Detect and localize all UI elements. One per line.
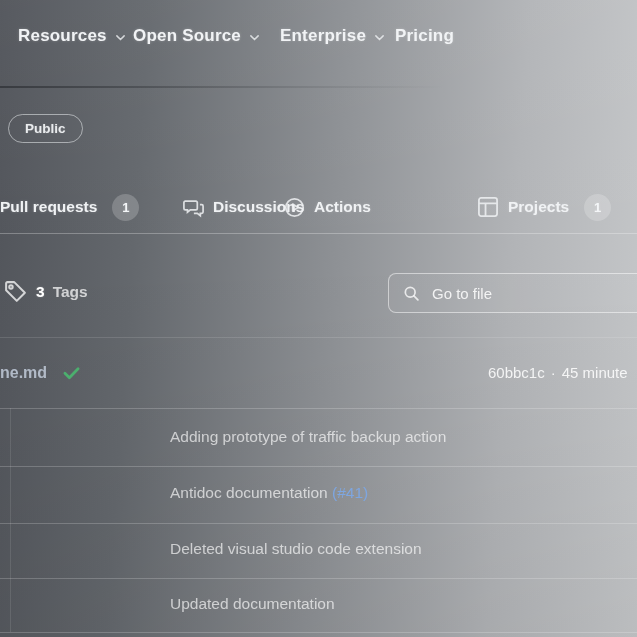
row-divider [0,408,637,409]
tags-count: 3 [36,283,45,301]
commit-message-text: Updated documentation [170,595,335,612]
tags-link[interactable]: 3 Tags [3,279,88,304]
issue-link[interactable]: (#41) [332,484,368,501]
table-left-border [10,408,11,632]
commit-message-fragment[interactable]: ne.md [0,364,47,382]
play-circle-icon [284,197,305,218]
nav-item-label: Pricing [395,26,454,46]
projects-table-icon [477,196,499,218]
projects-count-badge: 1 [584,194,611,221]
header-bottom-border [0,86,637,88]
tab-label: Pull requests [0,198,97,216]
chevron-down-icon [248,31,261,44]
visibility-badge-label: Public [25,121,66,136]
go-to-file-label: Go to file [432,285,492,302]
comment-discussion-icon [183,197,204,218]
nav-item-open-source[interactable]: Open Source [133,26,261,46]
tags-label: Tags [53,283,88,301]
nav-item-label: Resources [18,26,107,46]
commit-hash-link[interactable]: 60bbc1c [488,364,545,381]
visibility-badge: Public [8,114,83,143]
pull-requests-count-badge: 1 [112,194,139,221]
nav-item-enterprise[interactable]: Enterprise [280,26,386,46]
meta-separator: · [551,364,556,381]
tab-actions[interactable]: Actions [284,193,371,221]
commit-message-text: Adding prototype of traffic backup actio… [170,428,446,445]
go-to-file-button[interactable]: Go to file [388,273,637,313]
row-divider [0,578,637,579]
commit-message-link[interactable]: Deleted visual studio code extension [170,540,422,558]
tab-projects[interactable]: Projects 1 [477,193,611,221]
commit-message-link[interactable]: Updated documentation [170,595,335,613]
row-divider [0,466,637,467]
nav-item-label: Open Source [133,26,241,46]
commit-message-link[interactable]: Antidoc documentation (#41) [170,484,368,502]
tab-pull-requests[interactable]: Pull requests 1 [0,193,139,221]
github-repo-page: Resources Open Source Enterprise Pricing… [0,0,637,637]
nav-item-label: Enterprise [280,26,366,46]
tab-label: Projects [508,198,569,216]
nav-item-pricing[interactable]: Pricing [395,26,454,46]
chevron-down-icon [114,31,127,44]
nav-item-resources[interactable]: Resources [18,26,127,46]
latest-commit-meta: 60bbc1c · 45 minute [488,364,628,381]
commit-message-text: Antidoc documentation [170,484,332,501]
chevron-down-icon [373,31,386,44]
row-divider [0,523,637,524]
commit-message-text: Deleted visual studio code extension [170,540,422,557]
tabbar-bottom-border [0,233,637,234]
latest-commit-summary: ne.md [0,362,82,383]
commit-message-link[interactable]: Adding prototype of traffic backup actio… [170,428,446,446]
search-icon [403,285,420,302]
commit-time-link[interactable]: 45 minute [562,364,628,381]
status-check-icon[interactable] [61,362,82,383]
tab-label: Actions [314,198,371,216]
tag-icon [3,279,28,304]
table-top-border [0,337,637,338]
row-divider [0,632,637,633]
